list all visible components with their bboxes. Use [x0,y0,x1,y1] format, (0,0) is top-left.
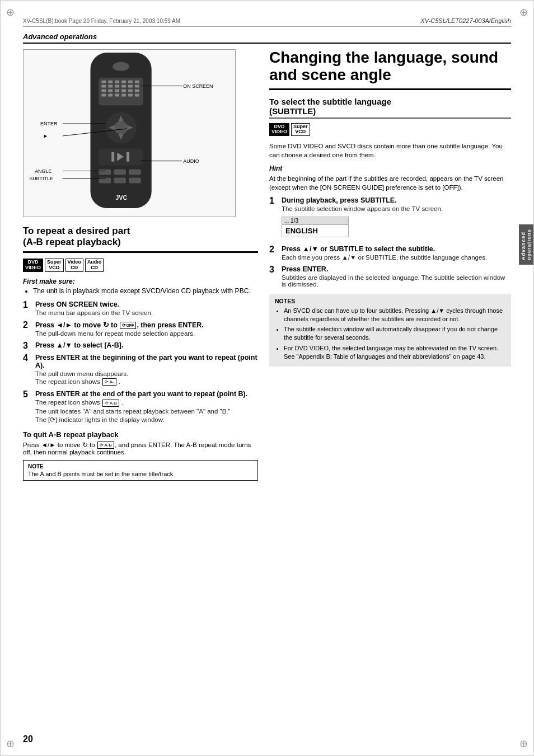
svg-rect-13 [128,85,133,88]
svg-rect-15 [101,90,106,92]
section-title: Advanced operations [23,32,511,44]
right-step-3: 3 Press ENTER. Subtitles are displayed i… [269,265,511,289]
page-number: 20 [23,734,33,744]
svg-rect-12 [121,85,126,88]
step-2-desc: The pull-down menu for repeat mode selec… [35,330,258,337]
badge-super-vcd: SuperVCD [45,259,64,272]
svg-rect-7 [128,81,133,83]
right-badge-dvd: DVDVIDEO [269,123,289,137]
svg-rect-26 [135,93,139,96]
corner-mark-tl: ⊕ [6,6,15,18]
quit-title: To quit A-B repeat playback [23,430,258,439]
right-column: Changing the language, soundand scene an… [269,49,511,485]
remote-illustration: JVC ENTER ► ON SCREEN AUDIO [23,49,236,217]
svg-rect-39 [129,170,141,175]
svg-text:ENTER: ENTER [40,121,58,126]
step-3: 3 Press ▲/▼ to select [A-B]. [23,341,258,350]
step-5-desc1: The repeat icon shows ⟳ A-B . [35,399,258,406]
badge-dvd: DVDVIDEO [23,259,43,272]
first-make-sure-item-1: The unit is in playback mode except SVCD… [33,287,258,295]
svg-rect-19 [128,90,133,92]
header-file-info: XV-C5SL(B).book Page 20 Friday, February… [23,18,180,24]
svg-point-1 [113,62,129,71]
hint-text: At the beginning of the part if the subt… [269,174,511,192]
svg-text:JVC: JVC [115,194,127,201]
svg-rect-37 [99,170,111,175]
right-step-2-desc: Each time you press ▲/▼ or SUBTITLE, the… [282,254,511,261]
svg-rect-6 [121,81,126,83]
step-5: 5 Press ENTER at the end of the part you… [23,390,258,424]
svg-rect-36 [127,152,129,162]
step-4-title: Press ENTER at the beginning of the part… [35,354,258,369]
note-text: The A and B points must be set in the sa… [28,471,253,477]
svg-rect-17 [115,90,119,92]
disc-badges-row: DVDVIDEO SuperVCD VideoCD AudioCD [23,259,258,272]
right-step-3-title: Press ENTER. [282,265,511,273]
right-step-2: 2 Press ▲/▼ or SUBTITLE to select the su… [269,245,511,262]
subtitle-display-box: ... 1/3 ENGLISH [282,217,349,237]
svg-text:SUBTITLE: SUBTITLE [29,176,53,181]
left-column: JVC ENTER ► ON SCREEN AUDIO [23,49,258,485]
svg-text:►: ► [43,133,48,139]
svg-rect-38 [114,170,126,175]
header-bar: XV-C5SL(B).book Page 20 Friday, February… [23,17,511,27]
svg-rect-4 [108,81,113,83]
svg-point-32 [114,121,128,134]
right-body-text: Some DVD VIDEO and SVCD discs contain mo… [269,142,511,159]
notes-box: NOTES An SVCD disc can have up to four s… [269,294,511,367]
svg-rect-16 [108,90,113,92]
svg-rect-21 [101,93,106,96]
right-step-2-title: Press ▲/▼ or SUBTITLE to select the subt… [282,245,511,253]
first-make-sure-label: First make sure: [23,278,258,285]
right-step-1-desc: The subtitle selection window appears on… [282,205,511,212]
svg-rect-10 [108,85,113,88]
subtitle-display-top: ... 1/3 [282,217,348,225]
right-step-3-desc: Subtitles are displayed in the selected … [282,274,511,288]
right-badge-super-vcd: SuperVCD [291,123,310,137]
svg-rect-25 [128,93,133,96]
subtitle-section-title: To select the subtitle language(SUBTITLE… [269,97,511,119]
svg-rect-42 [129,177,141,183]
svg-text:AUDIO: AUDIO [183,158,199,164]
repeat-section-title: To repeat a desired part(A-B repeat play… [23,226,258,253]
svg-rect-11 [115,85,119,88]
svg-rect-5 [115,81,119,83]
step-3-title: Press ▲/▼ to select [A-B]. [35,341,258,349]
svg-text:ANGLE: ANGLE [35,168,51,174]
step-1: 1 Press ON SCREEN twice. The menu bar ap… [23,300,258,317]
svg-rect-14 [135,85,139,88]
step-5-title: Press ENTER at the end of the part you w… [35,390,258,398]
sidebar-label: Advancedoperations [519,224,533,265]
svg-rect-3 [101,81,106,83]
corner-mark-br: ⊕ [519,738,528,750]
svg-rect-24 [121,93,126,96]
note-item-1: An SVCD disc can have up to four subtitl… [284,307,505,323]
step-5-desc3: The [⟳] indicator lights in the display … [35,416,258,424]
header-model: XV-C5SL/LET0227-003A/English [420,17,511,24]
badge-video-cd: VideoCD [65,259,83,272]
step-2: 2 Press ◄/► to move ↻ to ⟳OFF, then pres… [23,321,258,338]
corner-mark-bl: ⊕ [6,738,15,750]
step-1-title: Press ON SCREEN twice. [35,300,258,308]
notes-list: An SVCD disc can have up to four subtitl… [275,307,505,361]
step-2-title: Press ◄/► to move ↻ to ⟳OFF, then press … [35,321,258,329]
note-item-3: For DVD VIDEO, the selected language may… [284,344,505,361]
quit-text: Press ◄/► to move ↻ to ⟳ A-B, and press … [23,441,258,456]
step-4-desc2: The repeat icon shows ⟳ A- . [35,378,258,386]
step-1-desc: The menu bar appears on the TV screen. [35,309,258,316]
notes-title: NOTES [275,298,505,304]
svg-rect-22 [108,93,113,96]
svg-rect-20 [135,90,139,92]
first-make-sure-list: The unit is in playback mode except SVCD… [23,287,258,295]
svg-rect-9 [101,85,106,88]
subtitle-display-lang: ENGLISH [282,225,348,237]
svg-rect-8 [135,81,139,83]
hint-title: Hint [269,165,511,172]
right-step-1-title: During playback, press SUBTITLE. [282,196,511,204]
svg-rect-23 [115,93,119,96]
corner-mark-tr: ⊕ [519,6,528,18]
badge-audio-cd: AudioCD [85,259,104,272]
svg-text:ON SCREEN: ON SCREEN [183,83,213,89]
note-box: NOTE The A and B points must be set in t… [23,460,258,481]
right-badges-row: DVDVIDEO SuperVCD [269,123,511,137]
